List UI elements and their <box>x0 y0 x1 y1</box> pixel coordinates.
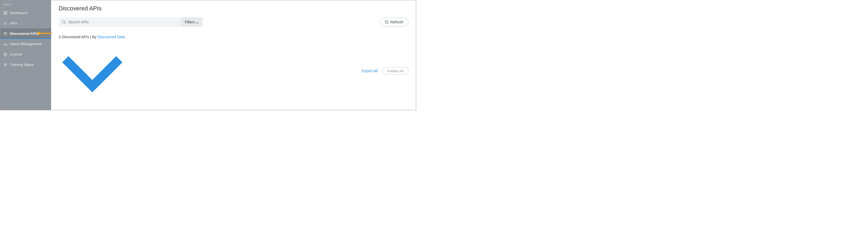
main-content: Discovered APIs Filters <box>51 0 416 110</box>
svg-point-15 <box>62 21 65 23</box>
attack-icon <box>3 42 7 46</box>
sidebar-item-training-status[interactable]: Training Status <box>0 60 51 70</box>
search-icon <box>62 20 66 24</box>
sidebar-item-apis[interactable]: APIs <box>0 18 51 29</box>
sidebar-item-label: APIs <box>10 21 18 25</box>
page-title: Discovered APIs <box>59 5 408 12</box>
sort-by-link[interactable]: Discovered Date <box>59 35 126 107</box>
training-icon <box>3 63 7 67</box>
svg-rect-1 <box>6 11 7 12</box>
svg-rect-3 <box>6 13 7 14</box>
sidebar-item-label: Attack Management <box>10 42 42 46</box>
annotation-arrow-left-icon <box>37 31 53 36</box>
sort-by-label: Discovered Date <box>97 35 125 39</box>
filters-button[interactable]: Filters <box>181 17 203 27</box>
filters-label: Filters <box>185 20 195 24</box>
chevron-down-icon <box>196 21 198 24</box>
svg-point-14 <box>5 65 6 66</box>
svg-rect-5 <box>4 32 7 35</box>
svg-point-12 <box>4 64 5 65</box>
export-all-link[interactable]: Export All <box>362 69 377 73</box>
chevron-down-icon <box>59 103 126 107</box>
publish-all-button[interactable]: Publish All <box>382 67 408 75</box>
refresh-icon <box>385 20 389 24</box>
refresh-button[interactable]: Refresh <box>380 18 408 26</box>
search-box[interactable] <box>59 17 181 27</box>
svg-rect-7 <box>4 44 4 45</box>
result-count: 3 Discovered APIs | By Discovered Date <box>59 35 126 107</box>
sidebar-item-license[interactable]: License <box>0 49 51 60</box>
svg-rect-0 <box>4 11 5 12</box>
discovered-apis-icon <box>3 32 7 36</box>
svg-rect-2 <box>4 13 5 14</box>
sidebar-item-label: Training Status <box>10 63 34 67</box>
dashboard-icon <box>3 11 7 15</box>
svg-rect-8 <box>4 44 5 45</box>
sidebar-item-label: Discovered APIs <box>10 32 38 36</box>
sidebar-item-label: License <box>10 52 22 56</box>
sidebar-item-attack-management[interactable]: Attack Management <box>0 39 51 49</box>
svg-rect-10 <box>6 44 7 45</box>
svg-point-13 <box>6 64 7 65</box>
license-icon <box>3 52 7 56</box>
apis-icon <box>3 22 7 25</box>
search-input[interactable] <box>68 20 178 24</box>
svg-point-4 <box>4 23 6 24</box>
count-prefix: 3 Discovered APIs | By <box>59 35 97 39</box>
sidebar: MAIN Dashboard APIs Discovered APIs <box>0 0 51 110</box>
sidebar-item-label: Dashboard <box>10 11 27 15</box>
sidebar-item-dashboard[interactable]: Dashboard <box>0 8 51 18</box>
svg-rect-9 <box>6 43 6 45</box>
sidebar-section-header: MAIN <box>0 0 51 8</box>
sidebar-item-discovered-apis[interactable]: Discovered APIs <box>0 29 51 39</box>
refresh-label: Refresh <box>390 20 403 24</box>
